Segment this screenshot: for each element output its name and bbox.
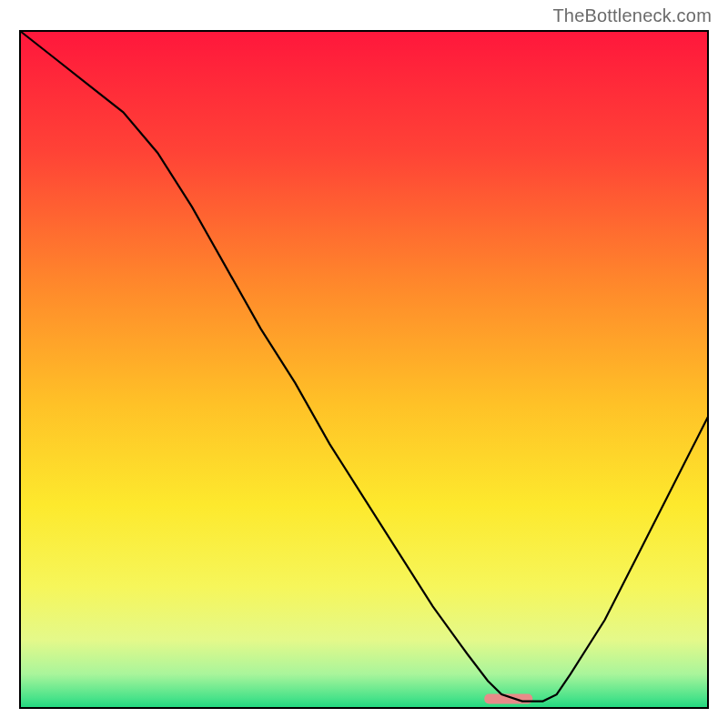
watermark-text: TheBottleneck.com <box>552 5 712 26</box>
optimal-marker <box>484 694 532 704</box>
chart-background <box>20 31 708 708</box>
chart-svg <box>19 30 709 709</box>
bottleneck-chart <box>19 30 709 709</box>
